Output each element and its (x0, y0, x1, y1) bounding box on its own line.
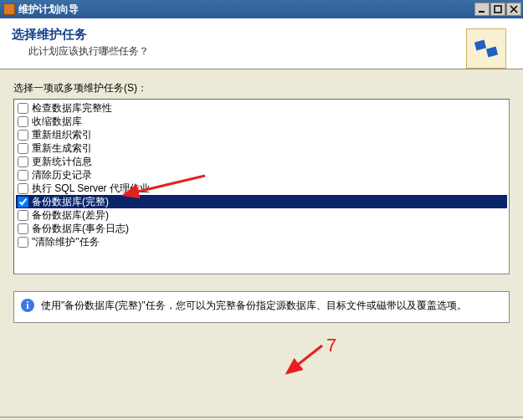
task-label: 备份数据库(事务日志) (32, 222, 129, 236)
svg-rect-0 (479, 11, 485, 13)
svg-line-3 (287, 346, 322, 373)
titlebar: 维护计划向导 (0, 0, 523, 18)
task-prompt: 选择一项或多项维护任务(S)： (13, 81, 510, 95)
task-item[interactable]: 收缩数据库 (16, 115, 507, 128)
task-item[interactable]: 重新生成索引 (16, 141, 507, 155)
task-label: 清除历史记录 (32, 168, 92, 182)
task-label: 重新生成索引 (32, 141, 92, 156)
svg-rect-1 (495, 6, 501, 13)
task-listbox[interactable]: 检查数据库完整性收缩数据库重新组织索引重新生成索引更新统计信息清除历史记录执行 … (13, 99, 510, 274)
task-label: 重新组织索引 (32, 128, 92, 142)
window-title: 维护计划向导 (18, 3, 474, 17)
task-item[interactable]: "清除维护"任务 (16, 235, 507, 248)
page-title: 选择维护任务 (12, 27, 511, 43)
info-icon: i (21, 299, 34, 312)
task-label: 备份数据库(完整) (32, 195, 109, 209)
task-item[interactable]: 执行 SQL Server 代理作业 (16, 182, 507, 195)
task-label: 执行 SQL Server 代理作业 (32, 182, 150, 196)
button-row: 帮助(H) < 上一步(B) 下一步(N) > 完成(F) 取消 (0, 417, 523, 420)
task-checkbox[interactable] (18, 103, 28, 114)
task-item[interactable]: 检查数据库完整性 (16, 101, 507, 115)
annotation-arrow-2 (280, 341, 331, 379)
maximize-button[interactable] (490, 3, 505, 16)
task-checkbox[interactable] (18, 130, 28, 141)
task-label: 收缩数据库 (32, 115, 82, 129)
task-checkbox[interactable] (18, 223, 28, 234)
task-item[interactable]: 重新组织索引 (16, 128, 507, 141)
task-label: 检查数据库完整性 (32, 101, 112, 115)
task-checkbox[interactable] (18, 116, 28, 127)
window-controls (474, 3, 521, 16)
task-label: "清除维护"任务 (32, 235, 100, 249)
task-label: 更新统计信息 (32, 155, 92, 169)
description-box: i 使用"备份数据库(完整)"任务，您可以为完整备份指定源数据库、目标文件或磁带… (13, 291, 510, 323)
task-item[interactable]: 备份数据库(事务日志) (16, 222, 507, 235)
wizard-body: 选择一项或多项维护任务(S)： 检查数据库完整性收缩数据库重新组织索引重新生成索… (0, 69, 523, 417)
page-subtitle: 此计划应该执行哪些任务？ (12, 44, 511, 59)
task-checkbox[interactable] (18, 183, 28, 194)
task-checkbox[interactable] (18, 237, 28, 248)
description-text: 使用"备份数据库(完整)"任务，您可以为完整备份指定源数据库、目标文件或磁带以及… (41, 299, 467, 313)
task-item[interactable]: 清除历史记录 (16, 168, 507, 182)
task-item[interactable]: 备份数据库(完整) (16, 195, 507, 208)
task-checkbox[interactable] (18, 143, 28, 154)
task-item[interactable]: 备份数据库(差异) (16, 208, 507, 222)
header-graphic-icon (466, 28, 506, 69)
task-label: 备份数据库(差异) (32, 208, 109, 223)
app-icon (3, 3, 15, 15)
task-checkbox[interactable] (18, 210, 28, 221)
task-item[interactable]: 更新统计信息 (16, 155, 507, 168)
annotation-number: 7 (326, 335, 336, 356)
minimize-button[interactable] (474, 3, 490, 16)
task-checkbox[interactable] (18, 197, 28, 207)
task-checkbox[interactable] (18, 156, 28, 167)
close-button[interactable] (506, 3, 521, 16)
wizard-header: 选择维护任务 此计划应该执行哪些任务？ (0, 18, 523, 69)
task-checkbox[interactable] (18, 170, 28, 181)
